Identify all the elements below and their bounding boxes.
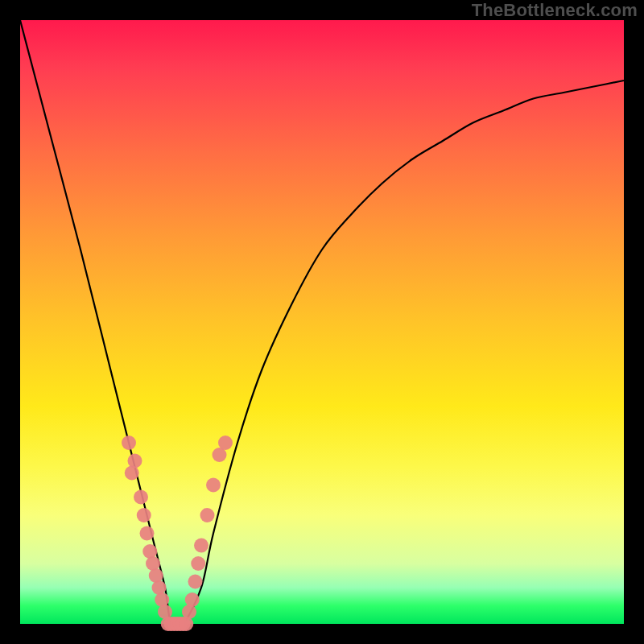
data-marker (218, 436, 233, 450)
data-marker (179, 617, 193, 631)
data-marker (155, 592, 169, 607)
data-marker (122, 436, 136, 450)
data-marker (140, 526, 155, 541)
bottleneck-curve (20, 20, 624, 629)
data-marker (191, 556, 205, 571)
data-marker (152, 580, 167, 595)
watermark-text: TheBottleneck.com (472, 0, 638, 21)
data-marker (134, 490, 148, 505)
data-marker (149, 568, 163, 583)
marker-layer (122, 436, 233, 631)
data-marker (188, 575, 203, 589)
data-marker (185, 592, 200, 607)
data-marker (146, 556, 160, 571)
data-marker (206, 478, 221, 493)
data-marker (194, 539, 208, 553)
data-marker (142, 544, 157, 559)
data-marker (200, 508, 215, 522)
data-marker (125, 466, 139, 481)
data-marker (128, 454, 142, 469)
data-marker (137, 508, 151, 522)
data-marker (182, 605, 196, 619)
chart-svg (20, 20, 624, 624)
